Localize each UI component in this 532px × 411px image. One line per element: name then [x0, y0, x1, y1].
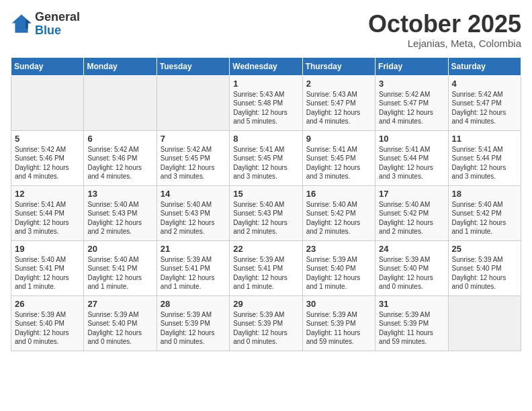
cell-content: Sunrise: 5:39 AM Sunset: 5:40 PM Dayligh… — [452, 255, 517, 291]
calendar-cell: 13Sunrise: 5:40 AM Sunset: 5:43 PM Dayli… — [84, 185, 157, 240]
calendar-cell — [11, 75, 84, 130]
calendar-cell: 7Sunrise: 5:42 AM Sunset: 5:45 PM Daylig… — [157, 130, 229, 185]
cell-content: Sunrise: 5:41 AM Sunset: 5:45 PM Dayligh… — [233, 145, 298, 181]
cell-content: Sunrise: 5:40 AM Sunset: 5:43 PM Dayligh… — [87, 200, 152, 236]
calendar-cell — [84, 75, 157, 130]
calendar-cell: 5Sunrise: 5:42 AM Sunset: 5:46 PM Daylig… — [11, 130, 84, 185]
day-number: 23 — [306, 244, 371, 254]
day-number: 8 — [233, 134, 298, 144]
calendar-header: SundayMondayTuesdayWednesdayThursdayFrid… — [11, 57, 521, 75]
calendar-cell: 25Sunrise: 5:39 AM Sunset: 5:40 PM Dayli… — [448, 240, 521, 295]
day-number: 6 — [87, 134, 152, 144]
cell-content: Sunrise: 5:39 AM Sunset: 5:41 PM Dayligh… — [233, 255, 298, 291]
calendar-week-3: 12Sunrise: 5:41 AM Sunset: 5:44 PM Dayli… — [11, 185, 521, 240]
svg-marker-1 — [26, 19, 31, 28]
calendar-cell: 2Sunrise: 5:43 AM Sunset: 5:47 PM Daylig… — [302, 75, 375, 130]
day-number: 19 — [15, 244, 80, 254]
title-area: October 2025 Lejanias, Meta, Colombia — [368, 11, 521, 49]
cell-content: Sunrise: 5:41 AM Sunset: 5:44 PM Dayligh… — [452, 145, 517, 181]
calendar-cell: 19Sunrise: 5:40 AM Sunset: 5:41 PM Dayli… — [11, 240, 84, 295]
logo-blue: Blue — [35, 24, 80, 38]
weekday-header-thursday: Thursday — [302, 57, 375, 75]
cell-content: Sunrise: 5:39 AM Sunset: 5:40 PM Dayligh… — [15, 310, 80, 347]
day-number: 26 — [15, 299, 80, 309]
cell-content: Sunrise: 5:42 AM Sunset: 5:46 PM Dayligh… — [87, 145, 152, 181]
day-number: 17 — [379, 189, 444, 199]
calendar-week-4: 19Sunrise: 5:40 AM Sunset: 5:41 PM Dayli… — [11, 240, 521, 295]
day-number: 13 — [87, 189, 152, 199]
calendar-cell: 11Sunrise: 5:41 AM Sunset: 5:44 PM Dayli… — [448, 130, 521, 185]
calendar-cell: 10Sunrise: 5:41 AM Sunset: 5:44 PM Dayli… — [375, 130, 448, 185]
logo-general: General — [35, 11, 80, 24]
day-number: 12 — [15, 189, 80, 199]
calendar-cell: 24Sunrise: 5:39 AM Sunset: 5:40 PM Dayli… — [375, 240, 448, 295]
calendar-cell: 3Sunrise: 5:42 AM Sunset: 5:47 PM Daylig… — [375, 75, 448, 130]
cell-content: Sunrise: 5:39 AM Sunset: 5:39 PM Dayligh… — [161, 310, 226, 347]
cell-content: Sunrise: 5:42 AM Sunset: 5:47 PM Dayligh… — [379, 90, 444, 126]
calendar-cell: 1Sunrise: 5:43 AM Sunset: 5:48 PM Daylig… — [230, 75, 302, 130]
cell-content: Sunrise: 5:41 AM Sunset: 5:44 PM Dayligh… — [379, 145, 444, 181]
day-number: 4 — [452, 79, 517, 89]
calendar-cell: 30Sunrise: 5:39 AM Sunset: 5:39 PM Dayli… — [302, 295, 375, 351]
cell-content: Sunrise: 5:39 AM Sunset: 5:39 PM Dayligh… — [379, 310, 444, 347]
svg-marker-0 — [12, 14, 32, 32]
day-number: 31 — [379, 299, 444, 309]
day-number: 18 — [452, 189, 517, 199]
calendar-table: SundayMondayTuesdayWednesdayThursdayFrid… — [11, 57, 521, 351]
day-number: 27 — [87, 299, 152, 309]
calendar-cell: 26Sunrise: 5:39 AM Sunset: 5:40 PM Dayli… — [11, 295, 84, 351]
calendar-cell: 18Sunrise: 5:40 AM Sunset: 5:42 PM Dayli… — [448, 185, 521, 240]
day-number: 3 — [379, 79, 444, 89]
cell-content: Sunrise: 5:40 AM Sunset: 5:41 PM Dayligh… — [15, 255, 80, 291]
calendar-cell: 22Sunrise: 5:39 AM Sunset: 5:41 PM Dayli… — [230, 240, 302, 295]
calendar-cell: 28Sunrise: 5:39 AM Sunset: 5:39 PM Dayli… — [157, 295, 229, 351]
day-number: 28 — [161, 299, 226, 309]
day-number: 1 — [233, 79, 298, 89]
calendar-cell: 6Sunrise: 5:42 AM Sunset: 5:46 PM Daylig… — [84, 130, 157, 185]
calendar-cell: 4Sunrise: 5:42 AM Sunset: 5:47 PM Daylig… — [448, 75, 521, 130]
cell-content: Sunrise: 5:40 AM Sunset: 5:42 PM Dayligh… — [452, 200, 517, 236]
day-number: 30 — [306, 299, 371, 309]
cell-content: Sunrise: 5:39 AM Sunset: 5:39 PM Dayligh… — [306, 310, 371, 347]
cell-content: Sunrise: 5:42 AM Sunset: 5:47 PM Dayligh… — [452, 90, 517, 126]
cell-content: Sunrise: 5:39 AM Sunset: 5:40 PM Dayligh… — [379, 255, 444, 291]
weekday-header-friday: Friday — [375, 57, 448, 75]
weekday-header-monday: Monday — [84, 57, 157, 75]
cell-content: Sunrise: 5:40 AM Sunset: 5:43 PM Dayligh… — [161, 200, 226, 236]
cell-content: Sunrise: 5:39 AM Sunset: 5:39 PM Dayligh… — [233, 310, 298, 347]
day-number: 29 — [233, 299, 298, 309]
cell-content: Sunrise: 5:40 AM Sunset: 5:43 PM Dayligh… — [233, 200, 298, 236]
calendar-cell: 8Sunrise: 5:41 AM Sunset: 5:45 PM Daylig… — [230, 130, 302, 185]
calendar-cell: 29Sunrise: 5:39 AM Sunset: 5:39 PM Dayli… — [230, 295, 302, 351]
calendar-body: 1Sunrise: 5:43 AM Sunset: 5:48 PM Daylig… — [11, 75, 521, 351]
calendar-cell: 27Sunrise: 5:39 AM Sunset: 5:40 PM Dayli… — [84, 295, 157, 351]
weekday-header-saturday: Saturday — [448, 57, 521, 75]
cell-content: Sunrise: 5:42 AM Sunset: 5:46 PM Dayligh… — [15, 145, 80, 181]
day-number: 15 — [233, 189, 298, 199]
weekday-header-tuesday: Tuesday — [157, 57, 229, 75]
cell-content: Sunrise: 5:39 AM Sunset: 5:41 PM Dayligh… — [161, 255, 226, 291]
cell-content: Sunrise: 5:43 AM Sunset: 5:47 PM Dayligh… — [306, 90, 371, 126]
calendar-week-1: 1Sunrise: 5:43 AM Sunset: 5:48 PM Daylig… — [11, 75, 521, 130]
cell-content: Sunrise: 5:40 AM Sunset: 5:42 PM Dayligh… — [379, 200, 444, 236]
day-number: 24 — [379, 244, 444, 254]
day-number: 16 — [306, 189, 371, 199]
cell-content: Sunrise: 5:39 AM Sunset: 5:40 PM Dayligh… — [87, 310, 152, 347]
cell-content: Sunrise: 5:40 AM Sunset: 5:42 PM Dayligh… — [306, 200, 371, 236]
calendar-cell: 31Sunrise: 5:39 AM Sunset: 5:39 PM Dayli… — [375, 295, 448, 351]
calendar-cell: 17Sunrise: 5:40 AM Sunset: 5:42 PM Dayli… — [375, 185, 448, 240]
day-number: 22 — [233, 244, 298, 254]
calendar-cell: 21Sunrise: 5:39 AM Sunset: 5:41 PM Dayli… — [157, 240, 229, 295]
calendar-week-2: 5Sunrise: 5:42 AM Sunset: 5:46 PM Daylig… — [11, 130, 521, 185]
logo-text: General Blue — [35, 11, 80, 38]
calendar-cell: 12Sunrise: 5:41 AM Sunset: 5:44 PM Dayli… — [11, 185, 84, 240]
weekday-header-sunday: Sunday — [11, 57, 84, 75]
page-header: General Blue October 2025 Lejanias, Meta… — [11, 11, 521, 49]
cell-content: Sunrise: 5:40 AM Sunset: 5:41 PM Dayligh… — [87, 255, 152, 291]
day-number: 25 — [452, 244, 517, 254]
calendar-cell: 16Sunrise: 5:40 AM Sunset: 5:42 PM Dayli… — [302, 185, 375, 240]
calendar-cell: 20Sunrise: 5:40 AM Sunset: 5:41 PM Dayli… — [84, 240, 157, 295]
logo-icon — [11, 13, 32, 35]
calendar-cell — [157, 75, 229, 130]
calendar-cell: 14Sunrise: 5:40 AM Sunset: 5:43 PM Dayli… — [157, 185, 229, 240]
